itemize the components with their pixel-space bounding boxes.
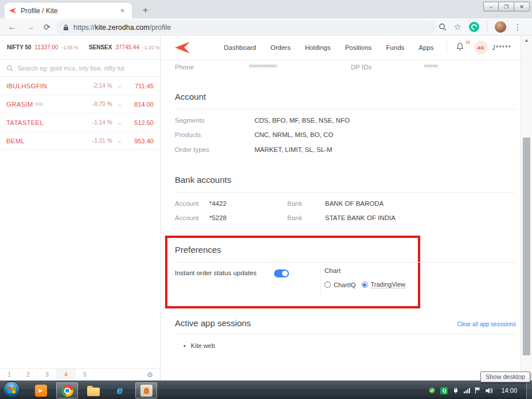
close-button[interactable]: ✕ [514,2,530,11]
last-price: 711.45 [127,83,154,89]
show-desktop-tooltip: Show desktop [480,371,530,382]
user-avatar[interactable]: AG [474,41,488,54]
index-value: 37745.44 [115,44,139,50]
scrollbar-thumb[interactable] [523,138,530,355]
profile-content: Phone ********** DP IDs ***** Account Se… [161,60,521,381]
bell-icon [456,42,464,50]
nav-dashboard[interactable]: Dashboard [224,44,256,51]
notification-count-badge: 18 [466,40,470,44]
index-change: -1.05 % [62,45,79,50]
index-change: -1.10 % [143,45,159,50]
divider [175,262,516,263]
tray-green-app-icon[interactable] [428,387,436,394]
url-text: https://kite.zerodha.com/profile [73,24,171,32]
divider [175,109,516,109]
browser-avatar[interactable] [495,21,506,33]
flag-pane [8,390,11,393]
restore-button[interactable]: ❐ [499,2,514,11]
bullet-icon: • [183,342,186,349]
radio-tradingview[interactable]: TradingView [362,281,406,288]
page-3[interactable]: 3 [38,369,57,381]
screen: Profile / Kite ✕ + – ❐ ✕ ← → ⟳ https://k… [0,0,532,399]
index-nifty: NIFTY 50 11337.00 -1.05 % [7,44,79,50]
watchlist-row[interactable]: GRASIM BSE -0.70 % ⌄ 814.00 [0,95,160,114]
chevron-down-icon[interactable]: ⌄ [118,121,122,124]
kite-nav: Dashboard Orders Holdings Positions Fund… [224,44,434,51]
app-taskbar-icon[interactable] [135,382,157,398]
nav-holdings[interactable]: Holdings [305,44,331,51]
chart-radio-group: ChartIQ TradingView [324,281,405,288]
app-icon [140,385,152,397]
tab-close-icon[interactable]: ✕ [118,6,127,15]
change-percent: -1.31 % [92,138,112,144]
nav-orders[interactable]: Orders [271,44,291,51]
nav-apps[interactable]: Apps [418,44,433,51]
notifications-bell-icon[interactable]: 18 [456,42,464,53]
internet-explorer-taskbar-icon[interactable]: e [109,382,131,398]
watchlist-row[interactable]: BEML -1.31 % ⌄ 953.40 [0,132,160,150]
minimize-button[interactable]: – [483,2,499,11]
watchlist-row[interactable]: TATASTEEL -1.14 % ⌄ 512.50 [0,114,160,132]
url-path: /profile [150,24,171,32]
last-price: 512.50 [127,119,154,126]
account-number: *4422 [209,200,226,207]
page-1[interactable]: 1 [0,369,19,381]
chevron-down-icon[interactable]: ⌄ [118,103,122,106]
radio-chartiq[interactable]: ChartIQ [324,281,356,288]
browser-menu-icon[interactable]: ⋮ [514,22,522,32]
taskbar-clock[interactable]: 14:00 [501,387,517,394]
watchlist-row[interactable]: IBULHSGFIN -2.14 % ⌄ 711.45 [0,77,160,95]
reload-icon[interactable]: ⟳ [44,22,50,32]
network-signal-icon[interactable] [464,388,470,393]
watchlist-settings-gear-icon[interactable]: ⚙ [147,369,160,381]
action-center-flag-icon[interactable] [475,387,481,394]
toolbar-divider [487,22,487,32]
index-name: NIFTY 50 [7,44,32,50]
user-id[interactable]: J***** [492,45,511,51]
explorer-taskbar-icon[interactable] [83,382,104,398]
kite-favicon-icon [9,8,16,14]
media-player-taskbar-icon[interactable]: ▶ [30,382,52,398]
new-tab-button[interactable]: + [139,4,151,17]
nav-positions[interactable]: Positions [345,44,372,51]
flag-pane [12,390,15,393]
show-desktop-button[interactable] [526,381,532,399]
page-2[interactable]: 2 [19,369,38,381]
instant-order-updates-label: Instant order status updates [175,269,257,276]
address-bar[interactable]: https://kite.zerodha.com/profile [56,21,436,34]
radio-label: ChartIQ [334,281,356,288]
index-sensex: SENSEX 37745.44 -1.10 % [89,44,160,50]
chevron-down-icon[interactable]: ⌄ [118,84,122,88]
page-scrollbar[interactable]: ▲ ▼ [521,36,532,381]
scroll-up-icon[interactable]: ▲ [521,38,532,43]
bank-section-title: Bank accounts [175,175,231,185]
index-ticker-bar: NIFTY 50 11337.00 -1.05 % SENSEX 37745.4… [0,36,160,60]
extension-icon[interactable] [469,22,479,32]
search-icon[interactable] [439,23,447,31]
account-label: Account [175,214,199,221]
search-input[interactable] [18,65,150,72]
radio-icon [324,281,331,288]
kite-logo-icon[interactable] [175,42,190,53]
bookmark-star-icon[interactable]: ☆ [454,22,461,32]
antivirus-q-icon[interactable]: Q [440,387,448,394]
power-plug-icon[interactable] [452,387,459,394]
start-button[interactable] [3,381,20,398]
instant-order-updates-toggle[interactable] [274,269,289,277]
url-scheme: https:// [73,24,95,32]
bank-label: Bank [287,214,302,221]
browser-tab[interactable]: Profile / Kite ✕ [5,3,132,18]
clear-sessions-link[interactable]: Clear all app sesssions [457,321,516,327]
back-icon[interactable]: ← [8,22,17,32]
page-5[interactable]: 5 [76,369,95,381]
flag-pane [8,387,11,390]
nav-funds[interactable]: Funds [386,44,404,51]
volume-icon[interactable] [486,388,493,394]
chevron-down-icon[interactable]: ⌄ [118,139,122,143]
forward-icon[interactable]: → [26,22,34,32]
page-4[interactable]: 4 [57,369,76,381]
bank-name: BANK OF BARODA [325,200,384,207]
toggle-knob [282,271,288,276]
chrome-taskbar-icon[interactable] [56,382,78,398]
window-controls: – ❐ ✕ [483,2,530,11]
